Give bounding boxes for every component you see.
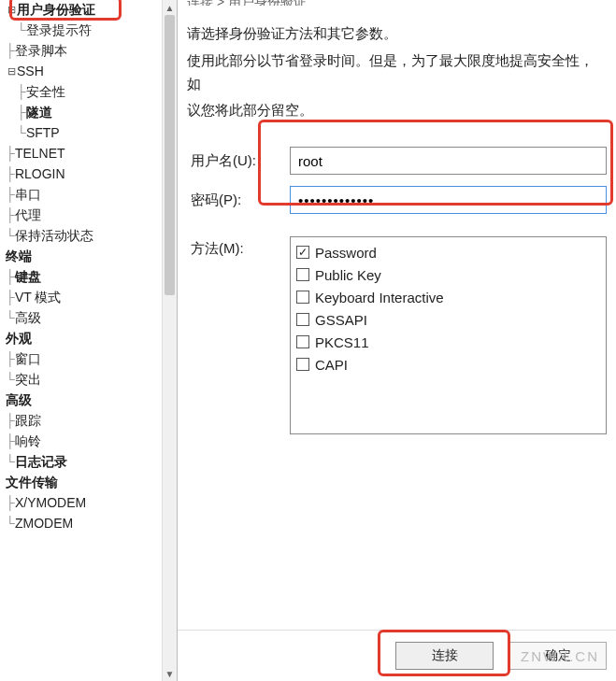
connect-button-label: 连接: [432, 647, 458, 664]
tree-cat-advanced[interactable]: 高级: [4, 390, 177, 411]
sidebar-scrollbar[interactable]: ▲ ▼: [162, 0, 177, 681]
tree-label: 高级: [15, 308, 41, 329]
connect-button[interactable]: 连接: [395, 642, 494, 670]
tree-branch-icon: └: [6, 370, 13, 390]
tree-cat-terminal[interactable]: 终端: [4, 247, 177, 267]
tree-label: 日志记录: [15, 452, 67, 473]
method-item-capi[interactable]: CAPI: [296, 353, 600, 376]
method-item-label: CAPI: [315, 357, 348, 373]
tree-item-ssh-tunnel[interactable]: ├ 隧道: [4, 103, 177, 123]
tree-item-term-advanced[interactable]: └ 高级: [4, 308, 177, 329]
tree-cat-file[interactable]: 文件传输: [4, 473, 177, 493]
breadcrumb: 连接 > 用户身份验证: [187, 0, 607, 6]
scroll-thumb[interactable]: [165, 15, 175, 295]
tree-item-trace[interactable]: ├ 跟踪: [4, 411, 177, 432]
tree-branch-icon: ├: [6, 185, 13, 206]
tree-label: 安全性: [26, 82, 65, 103]
tree-label: TELNET: [15, 144, 65, 164]
collapse-icon[interactable]: ⊟: [6, 2, 17, 18]
tree-item-bell[interactable]: ├ 响铃: [4, 432, 177, 452]
tree-item-keyboard[interactable]: ├ 键盘: [4, 267, 177, 288]
method-item-gssapi[interactable]: GSSAPI: [296, 308, 600, 331]
method-list[interactable]: ✓PasswordPublic KeyKeyboard InteractiveG…: [290, 236, 607, 434]
tree-label: X/YMODEM: [15, 493, 86, 514]
tree-branch-icon: ├: [6, 267, 13, 288]
password-label: 密码(P):: [187, 192, 290, 209]
tree-branch-icon: ├: [6, 41, 13, 62]
tree-item-rlogin[interactable]: ├ RLOGIN: [4, 164, 177, 185]
tree-branch-icon: ├: [6, 144, 13, 164]
tree-item-ssh[interactable]: ⊟ SSH: [4, 62, 177, 82]
tree-branch-icon: ├: [6, 349, 13, 370]
tree-label: 串口: [15, 185, 41, 206]
tree-branch-icon: ├: [17, 103, 24, 123]
intro-text: 请选择身份验证方法和其它参数。 使用此部分以节省登录时间。但是，为了最大限度地提…: [187, 22, 607, 122]
method-label: 方法(M):: [187, 236, 290, 258]
tree-branch-icon: └: [6, 514, 13, 534]
tree-label: 保持活动状态: [15, 226, 93, 247]
tree-label: ZMODEM: [15, 514, 73, 534]
tree-item-ssh-sftp[interactable]: └ SFTP: [4, 123, 177, 144]
tree-branch-icon: ├: [6, 288, 13, 308]
tree-item-login-script[interactable]: ├ 登录脚本: [4, 41, 177, 62]
password-row: 密码(P):: [187, 186, 607, 214]
method-item-label: Public Key: [315, 267, 381, 283]
sidebar: ⊟ 用户身份验证 └ 登录提示符 ├ 登录脚本 ⊟ SSH ├ 安全性 ├ 隧道: [0, 0, 178, 681]
tree-item-vtmode[interactable]: ├ VT 模式: [4, 288, 177, 308]
tree-item-zmodem[interactable]: └ ZMODEM: [4, 514, 177, 534]
tree-item-xymodem[interactable]: ├ X/YMODEM: [4, 493, 177, 514]
separator: [178, 630, 616, 631]
password-input[interactable]: [290, 186, 607, 214]
checkbox-icon[interactable]: [296, 313, 309, 326]
tree-branch-icon: ├: [6, 411, 13, 432]
tree-item-ssh-security[interactable]: ├ 安全性: [4, 82, 177, 103]
auth-form: 用户名(U): 密码(P): 方法(M): ✓PasswordPublic Ke…: [187, 147, 607, 434]
tree-label: RLOGIN: [15, 164, 65, 185]
tree-item-window[interactable]: ├ 窗口: [4, 349, 177, 370]
checkbox-icon[interactable]: [296, 335, 309, 348]
tree-branch-icon: └: [6, 452, 13, 473]
method-item-pkcs11[interactable]: PKCS11: [296, 331, 600, 353]
collapse-icon[interactable]: ⊟: [6, 64, 17, 79]
tree-branch-icon: └: [17, 21, 24, 41]
tree-branch-icon: ├: [6, 432, 13, 452]
tree-label: SSH: [17, 62, 44, 82]
method-row: 方法(M): ✓PasswordPublic KeyKeyboard Inter…: [187, 236, 607, 434]
scroll-down-icon[interactable]: ▼: [163, 666, 177, 681]
method-item-password[interactable]: ✓Password: [296, 241, 600, 263]
tree-label: 突出: [15, 370, 41, 390]
tree-label: SFTP: [26, 123, 60, 144]
checkbox-icon[interactable]: [296, 268, 309, 281]
tree-item-keepalive[interactable]: └ 保持活动状态: [4, 226, 177, 247]
tree-branch-icon: ├: [6, 164, 13, 185]
tree-branch-icon: ├: [17, 82, 24, 103]
tree-branch-icon: └: [17, 123, 24, 144]
username-input[interactable]: [290, 147, 607, 175]
tree-branch-icon: ├: [6, 493, 13, 514]
method-item-label: PKCS11: [315, 334, 369, 350]
method-item-label: Keyboard Interactive: [315, 290, 444, 305]
tree-label: 跟踪: [15, 411, 41, 432]
tree-item-auth[interactable]: ⊟ 用户身份验证: [4, 0, 177, 21]
scroll-up-icon[interactable]: ▲: [163, 0, 177, 15]
tree-item-proxy[interactable]: ├ 代理: [4, 206, 177, 226]
tree-cat-appearance[interactable]: 外观: [4, 329, 177, 349]
tree-label: 登录脚本: [15, 41, 67, 62]
tree-item-telnet[interactable]: ├ TELNET: [4, 144, 177, 164]
tree-item-highlight[interactable]: └ 突出: [4, 370, 177, 390]
ok-button-label: 确定: [545, 647, 571, 664]
tree-branch-icon: ├: [6, 206, 13, 226]
checkbox-icon[interactable]: [296, 291, 309, 304]
method-item-keyboard-interactive[interactable]: Keyboard Interactive: [296, 286, 600, 308]
scroll-track[interactable]: [163, 15, 177, 666]
checkbox-icon[interactable]: ✓: [296, 246, 309, 259]
method-item-public-key[interactable]: Public Key: [296, 263, 600, 286]
button-bar: 连接 确定: [395, 642, 616, 670]
checkbox-icon[interactable]: [296, 358, 309, 371]
method-item-label: GSSAPI: [315, 312, 367, 328]
tree-item-logging[interactable]: └ 日志记录: [4, 452, 177, 473]
ok-button[interactable]: 确定: [509, 642, 607, 670]
tree-branch-icon: └: [6, 226, 13, 247]
tree-item-serial[interactable]: ├ 串口: [4, 185, 177, 206]
tree-item-auth-prompt[interactable]: └ 登录提示符: [4, 21, 177, 41]
